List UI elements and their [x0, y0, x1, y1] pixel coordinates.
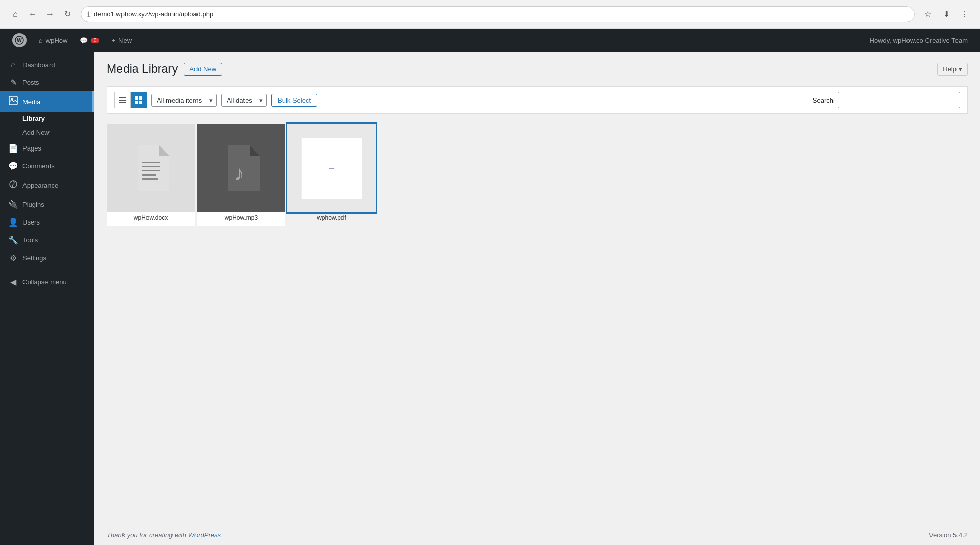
- plugins-icon: 🔌: [8, 200, 18, 209]
- posts-icon: ✎: [8, 78, 18, 87]
- address-security-icon: ℹ: [87, 10, 90, 18]
- sidebar-item-label: Comments: [22, 162, 55, 170]
- sidebar-sub-library[interactable]: Library: [0, 112, 94, 126]
- pages-icon: 📄: [8, 143, 18, 153]
- media-icon: [8, 95, 18, 108]
- footer-thank-you-text: Thank you for creating with: [107, 531, 188, 539]
- sidebar-item-plugins[interactable]: 🔌 Plugins: [0, 195, 94, 213]
- search-label: Search: [813, 96, 834, 104]
- sidebar-item-comments[interactable]: 💬 Comments: [0, 157, 94, 175]
- pdf-preview: –: [301, 138, 362, 199]
- media-grid: wpHow.docx ♪ wpHow.mp3: [107, 124, 968, 226]
- svg-rect-14: [142, 170, 160, 171]
- wp-logo: W: [12, 33, 27, 47]
- svg-rect-13: [142, 166, 160, 167]
- forward-button[interactable]: →: [43, 7, 57, 21]
- sidebar-item-label: Plugins: [22, 201, 44, 208]
- settings-icon: ⚙: [8, 253, 18, 263]
- tools-icon: 🔧: [8, 235, 18, 245]
- users-icon: 👤: [8, 217, 18, 227]
- sidebar-item-label: Settings: [22, 254, 46, 262]
- site-name-item[interactable]: ⌂ wpHow: [33, 29, 74, 52]
- media-thumb-mp3: ♪: [197, 124, 285, 212]
- filter-date-wrapper: All dates: [221, 94, 267, 107]
- new-item[interactable]: + New: [105, 29, 138, 52]
- sidebar-item-pages[interactable]: 📄 Pages: [0, 139, 94, 157]
- sidebar-item-posts[interactable]: ✎ Posts: [0, 73, 94, 91]
- svg-rect-12: [142, 162, 160, 163]
- collapse-icon: ◀: [8, 277, 18, 287]
- add-new-button[interactable]: Add New: [184, 63, 222, 76]
- footer-thanks: Thank you for creating with WordPress.: [107, 531, 223, 539]
- menu-button[interactable]: ⋮: [958, 7, 972, 21]
- bulk-select-button[interactable]: Bulk Select: [271, 94, 317, 107]
- svg-rect-16: [142, 178, 158, 180]
- wordpress-link[interactable]: WordPress: [188, 531, 221, 539]
- download-button[interactable]: ⬇: [939, 7, 953, 21]
- home-icon: ⌂: [39, 37, 43, 44]
- comments-badge: 0: [91, 38, 99, 43]
- appearance-icon: [8, 179, 18, 191]
- media-item-mp3[interactable]: ♪ wpHow.mp3: [197, 124, 285, 226]
- sidebar-item-label: Posts: [22, 79, 39, 86]
- search-input[interactable]: [838, 92, 960, 108]
- wp-sidebar: ⌂ Dashboard ✎ Posts Media Library Add Ne…: [0, 52, 94, 545]
- help-label: Help: [943, 65, 957, 73]
- site-name-label: wpHow: [46, 37, 68, 44]
- list-view-button[interactable]: [114, 92, 131, 108]
- plus-icon: +: [111, 37, 115, 44]
- sidebar-item-appearance[interactable]: Appearance: [0, 175, 94, 195]
- svg-rect-8: [135, 96, 138, 100]
- sidebar-item-tools[interactable]: 🔧 Tools: [0, 231, 94, 249]
- dashboard-icon: ⌂: [8, 60, 18, 69]
- wp-logo-item[interactable]: W: [6, 29, 33, 52]
- media-item-pdf[interactable]: – wphow.pdf: [287, 124, 376, 226]
- user-greeting: Howdy, wpHow.co Creative Team: [864, 37, 974, 44]
- address-bar[interactable]: ℹ demo1.wphow.xyz/wp-admin/upload.php: [81, 6, 915, 22]
- comment-icon: 💬: [80, 37, 88, 44]
- sidebar-item-settings[interactable]: ⚙ Settings: [0, 249, 94, 267]
- reload-button[interactable]: ↻: [60, 7, 75, 21]
- sidebar-item-label: Tools: [22, 236, 38, 244]
- browser-nav-buttons: ⌂ ← → ↻: [8, 7, 75, 21]
- wp-admin-bar: W ⌂ wpHow 💬 0 + New Howdy, wpHow.co Crea…: [0, 29, 980, 52]
- sidebar-item-dashboard[interactable]: ⌂ Dashboard: [0, 56, 94, 73]
- page-title: Media Library: [107, 62, 178, 76]
- sidebar-item-label: Media: [22, 98, 40, 106]
- sidebar-sub-add-new[interactable]: Add New: [0, 126, 94, 139]
- view-toggle: [114, 92, 147, 108]
- media-item-docx[interactable]: wpHow.docx: [107, 124, 195, 226]
- page-header: Media Library Add New Help ▾: [107, 62, 968, 76]
- svg-rect-5: [119, 97, 126, 98]
- media-thumb-pdf: –: [287, 124, 376, 212]
- svg-rect-15: [142, 174, 156, 176]
- help-button[interactable]: Help ▾: [937, 63, 968, 76]
- svg-rect-11: [139, 101, 142, 104]
- grid-view-button[interactable]: [131, 92, 147, 108]
- address-text: demo1.wphow.xyz/wp-admin/upload.php: [94, 10, 908, 18]
- sidebar-item-label: Pages: [22, 144, 41, 152]
- main-content: Media Library Add New Help ▾: [94, 52, 980, 525]
- wp-footer: Thank you for creating with WordPress. V…: [94, 525, 980, 545]
- sidebar-item-users[interactable]: 👤 Users: [0, 213, 94, 231]
- filter-date-select[interactable]: All dates: [221, 94, 267, 107]
- home-button[interactable]: ⌂: [8, 7, 22, 21]
- sidebar-item-media[interactable]: Media: [0, 91, 94, 112]
- sidebar-item-label: Collapse menu: [22, 278, 67, 286]
- filter-media-select[interactable]: All media items: [151, 94, 217, 107]
- page-title-area: Media Library Add New: [107, 62, 222, 76]
- comments-sidebar-icon: 💬: [8, 161, 18, 171]
- back-button[interactable]: ←: [26, 7, 40, 21]
- media-label-pdf: wphow.pdf: [287, 212, 376, 226]
- sidebar-item-collapse[interactable]: ◀ Collapse menu: [0, 273, 94, 291]
- svg-text:W: W: [17, 38, 22, 43]
- comments-item[interactable]: 💬 0: [74, 29, 105, 52]
- media-label-docx: wpHow.docx: [107, 212, 195, 226]
- bookmark-button[interactable]: ☆: [921, 7, 935, 21]
- svg-rect-7: [119, 102, 126, 103]
- sidebar-item-label: Users: [22, 218, 40, 226]
- help-chevron-icon: ▾: [959, 65, 962, 73]
- wp-admin-layout: ⌂ Dashboard ✎ Posts Media Library Add Ne…: [0, 52, 980, 545]
- version-label: Version 5.4.2: [929, 531, 968, 539]
- media-thumb-docx: [107, 124, 195, 212]
